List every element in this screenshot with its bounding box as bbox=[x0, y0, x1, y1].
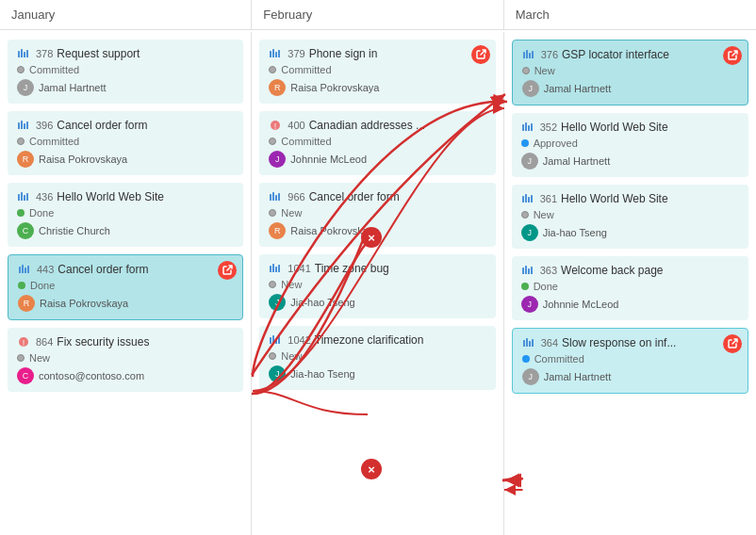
avatar: C bbox=[17, 367, 34, 384]
card-361[interactable]: 361 Hello World Web Site New J Jia-hao T… bbox=[512, 185, 748, 249]
card-443[interactable]: 443 Cancel order form Done R Raisa Pokro… bbox=[8, 254, 243, 320]
card-id: 436 bbox=[36, 191, 53, 203]
status-label: New bbox=[534, 65, 555, 76]
card-396[interactable]: 396 Cancel order form Committed R Raisa … bbox=[8, 111, 243, 175]
card-id: 376 bbox=[541, 49, 558, 60]
svg-rect-39 bbox=[532, 51, 534, 58]
status-label: New bbox=[281, 207, 302, 219]
status-dot bbox=[269, 138, 276, 145]
card-id: 364 bbox=[541, 337, 558, 349]
status-dot bbox=[521, 139, 529, 147]
card-436[interactable]: 436 Hello World Web Site Done C Christie… bbox=[8, 183, 243, 247]
card-title-row: 966 Cancel order form bbox=[269, 190, 485, 203]
card-title-row: 376 GSP locator interface bbox=[522, 48, 738, 61]
svg-rect-43 bbox=[531, 123, 533, 131]
svg-rect-51 bbox=[531, 267, 533, 274]
link-icon[interactable] bbox=[723, 46, 742, 65]
svg-rect-24 bbox=[270, 194, 271, 201]
svg-rect-2 bbox=[24, 52, 25, 57]
svg-rect-37 bbox=[526, 50, 528, 58]
assignee-name: Jia-hao Tseng bbox=[543, 227, 607, 238]
card-assignee: J Jia-hao Tseng bbox=[269, 365, 485, 382]
link-icon[interactable] bbox=[471, 45, 490, 64]
svg-rect-35 bbox=[278, 336, 280, 344]
avatar: R bbox=[17, 151, 34, 168]
svg-rect-0 bbox=[18, 51, 20, 57]
card-400[interactable]: ! 400 Canadian addresses ... Committed J… bbox=[259, 111, 495, 175]
svg-rect-4 bbox=[18, 122, 20, 129]
card-1042[interactable]: 1042 Timezone clarification New J Jia-ha… bbox=[259, 326, 495, 390]
card-assignee: J Johnnie McLeod bbox=[521, 296, 739, 313]
card-id: 400 bbox=[288, 120, 304, 131]
card-352[interactable]: 352 Hello World Web Site Approved J Jama… bbox=[512, 113, 748, 177]
assignee-name: Jamal Hartnett bbox=[39, 82, 107, 93]
assignee-name: Jamal Hartnett bbox=[544, 83, 612, 94]
svg-rect-40 bbox=[522, 124, 524, 131]
card-1041[interactable]: 1041 Time zone bug New J Jia-hao Tseng bbox=[259, 254, 495, 318]
assignee-name: Jia-hao Tseng bbox=[290, 368, 354, 380]
card-status: Done bbox=[17, 207, 234, 219]
card-status: Committed bbox=[269, 136, 485, 147]
status-dot bbox=[521, 211, 529, 219]
card-378[interactable]: 378 Request support Committed J Jamal Ha… bbox=[8, 40, 243, 104]
status-label: Done bbox=[29, 207, 54, 219]
card-status: Committed bbox=[17, 136, 234, 147]
avatar: J bbox=[269, 151, 286, 168]
avatar: J bbox=[269, 365, 286, 382]
card-title: Hello World Web Site bbox=[561, 192, 668, 205]
svg-rect-10 bbox=[24, 195, 25, 201]
card-title: Slow response on inf... bbox=[562, 336, 676, 349]
avatar: R bbox=[269, 222, 286, 239]
svg-rect-15 bbox=[27, 266, 29, 273]
svg-rect-50 bbox=[528, 268, 530, 274]
card-title-row: 364 Slow response on inf... bbox=[522, 336, 738, 349]
card-376[interactable]: 376 GSP locator interface New J Jamal Ha… bbox=[512, 40, 748, 105]
cancel-icon-2[interactable]: × bbox=[361, 459, 382, 479]
status-dot bbox=[269, 281, 276, 288]
card-363[interactable]: 363 Welcome back page Done J Johnnie McL… bbox=[512, 256, 748, 320]
assignee-name: Jia-hao Tseng bbox=[290, 297, 354, 308]
svg-rect-12 bbox=[19, 267, 21, 273]
header-march: March bbox=[504, 0, 756, 29]
assignee-name: Johnnie McLeod bbox=[290, 154, 367, 165]
card-assignee: J Jamal Hartnett bbox=[522, 368, 738, 385]
card-title: Fix security issues bbox=[57, 335, 149, 349]
status-label: Committed bbox=[534, 353, 584, 365]
card-364[interactable]: 364 Slow response on inf... Committed J … bbox=[512, 328, 748, 394]
status-dot bbox=[269, 352, 276, 360]
avatar: J bbox=[521, 224, 538, 241]
svg-rect-46 bbox=[528, 197, 530, 203]
card-assignee: J Jia-hao Tseng bbox=[521, 224, 739, 241]
card-assignee: J Johnnie McLeod bbox=[269, 151, 485, 168]
svg-rect-9 bbox=[21, 192, 23, 201]
svg-rect-14 bbox=[25, 268, 26, 273]
column-march: 376 GSP locator interface New J Jamal Ha… bbox=[504, 32, 756, 535]
svg-rect-32 bbox=[270, 337, 271, 344]
card-id: 379 bbox=[288, 48, 304, 59]
card-864[interactable]: ! 864 Fix security issues New C contoso@… bbox=[8, 328, 243, 392]
avatar: J bbox=[522, 80, 539, 97]
card-id: 396 bbox=[36, 120, 53, 131]
svg-rect-26 bbox=[275, 195, 277, 201]
card-title-row: 436 Hello World Web Site bbox=[17, 190, 234, 203]
avatar: R bbox=[269, 79, 286, 96]
card-id: 1041 bbox=[288, 263, 310, 274]
svg-text:!: ! bbox=[274, 122, 277, 131]
card-id: 378 bbox=[36, 48, 53, 59]
link-icon[interactable] bbox=[723, 334, 742, 353]
card-379[interactable]: 379 Phone sign in Committed R Raisa Pokr… bbox=[259, 40, 495, 104]
svg-rect-42 bbox=[528, 125, 530, 131]
status-label: New bbox=[534, 209, 554, 220]
svg-rect-31 bbox=[278, 265, 280, 272]
header-january: January bbox=[0, 0, 252, 29]
avatar: C bbox=[17, 222, 34, 239]
card-status: New bbox=[269, 279, 485, 290]
link-icon[interactable] bbox=[218, 261, 237, 280]
status-dot bbox=[522, 355, 530, 363]
status-dot bbox=[18, 282, 25, 289]
avatar: J bbox=[269, 294, 286, 311]
cancel-icon-1[interactable]: × bbox=[361, 227, 382, 248]
status-dot bbox=[17, 138, 25, 145]
card-assignee: C contoso@contoso.com bbox=[17, 367, 234, 384]
status-label: New bbox=[281, 350, 302, 362]
